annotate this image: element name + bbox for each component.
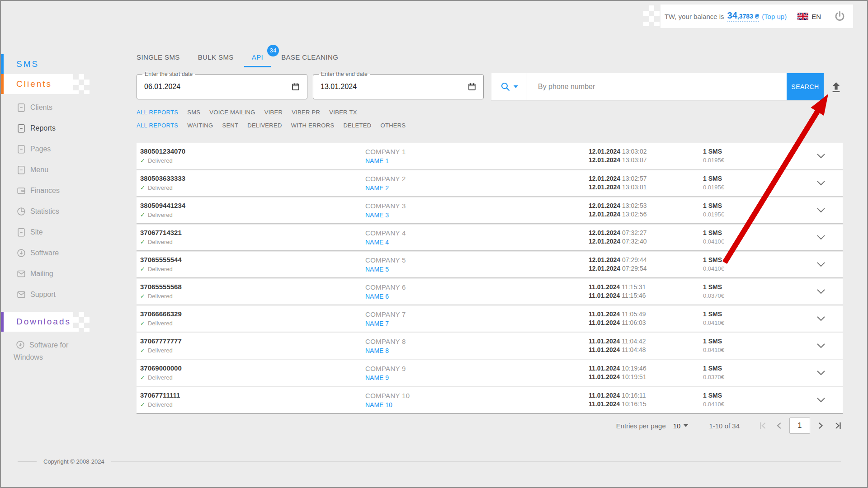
pagination: Entries per page 10 1-10 of 34	[137, 416, 843, 436]
table-row[interactable]: 380503633333 ✓Delivered COMPANY 2 NAME 2…	[137, 170, 843, 196]
sidebar-item-software-for-windows[interactable]: Software for Windows	[14, 339, 90, 363]
client-name-link[interactable]: NAME 2	[365, 184, 406, 192]
table-row[interactable]: 380509441234 ✓Delivered COMPANY 3 NAME 3…	[137, 197, 843, 223]
download-icon	[15, 340, 25, 350]
sent-datetime: 12.01.2024 07:32:27	[589, 229, 646, 236]
tab-single-sms[interactable]: SINGLE SMS	[127, 46, 189, 68]
expand-row-button[interactable]	[817, 197, 825, 223]
filter-delivered[interactable]: DELIVERED	[247, 122, 282, 129]
download-icon	[16, 248, 26, 258]
client-name-link[interactable]: NAME 8	[365, 347, 406, 354]
client-name-link[interactable]: NAME 3	[365, 211, 406, 219]
table-row[interactable]: 37066666329 ✓Delivered COMPANY 7 NAME 7 …	[137, 306, 843, 332]
search-button[interactable]: SEARCH	[787, 73, 824, 100]
expand-row-button[interactable]	[817, 170, 825, 196]
sidebar-item-site[interactable]: Site	[1, 222, 109, 243]
sidebar-item-software[interactable]: Software	[1, 243, 109, 263]
client-name-link[interactable]: NAME 6	[365, 293, 406, 300]
table-row[interactable]: 380501234070 ✓Delivered COMPANY 1 NAME 1…	[137, 143, 843, 169]
sidebar-item-label: Menu	[30, 166, 48, 174]
client-name-link[interactable]: NAME 10	[365, 401, 410, 408]
sidebar-item-label: Pages	[30, 145, 51, 153]
table-row[interactable]: 37065555544 ✓Delivered COMPANY 5 NAME 5 …	[137, 252, 843, 277]
filter-voice-mailing[interactable]: VOICE MAILING	[209, 109, 255, 116]
page-number-input[interactable]	[789, 418, 810, 434]
delivered-datetime: 12.01.2024 13:03:01	[589, 183, 646, 191]
filter-sent[interactable]: SENT	[222, 122, 238, 129]
search-box: SEARCH	[491, 73, 824, 101]
table-row[interactable]: 37069000000 ✓Delivered COMPANY 9 NAME 9 …	[137, 360, 843, 386]
calendar-icon[interactable]	[291, 82, 301, 92]
company-label: COMPANY 2	[365, 175, 406, 183]
sidebar-item-mailing[interactable]: Mailing	[1, 263, 109, 284]
sms-price: 0.0370€	[703, 292, 724, 299]
phone-number: 37065555568	[140, 283, 182, 291]
expand-row-button[interactable]	[817, 333, 825, 359]
per-page-select[interactable]: 10	[673, 422, 689, 430]
client-name-link[interactable]: NAME 7	[365, 320, 406, 327]
filter-viber[interactable]: VIBER	[264, 109, 283, 116]
expand-row-button[interactable]	[817, 360, 825, 386]
sms-price: 0.0410€	[703, 401, 724, 408]
calendar-icon[interactable]	[467, 82, 477, 92]
filter-sms[interactable]: SMS	[187, 109, 200, 116]
table-row[interactable]: 37067777777 ✓Delivered COMPANY 8 NAME 8 …	[137, 333, 843, 359]
filter-viber-tx[interactable]: VIBER TX	[329, 109, 357, 116]
sidebar-item-support[interactable]: Support	[1, 284, 109, 305]
sidebar-item-clients[interactable]: Clients	[1, 97, 109, 118]
next-page-icon[interactable]	[816, 421, 826, 431]
search-type-dropdown[interactable]	[491, 73, 527, 100]
end-date-field[interactable]: Enter the end date 13.01.2024	[313, 74, 484, 99]
table-row[interactable]: 37067714321 ✓Delivered COMPANY 4 NAME 4 …	[137, 225, 843, 250]
sidebar-section-clients[interactable]: Clients	[1, 74, 73, 94]
company-label: COMPANY 10	[365, 392, 410, 399]
filter-deleted[interactable]: DELETED	[343, 122, 371, 129]
expand-row-button[interactable]	[817, 143, 825, 169]
search-input[interactable]	[527, 73, 787, 100]
caret-down-icon	[514, 85, 518, 88]
sidebar-section-downloads[interactable]: Downloads	[1, 312, 73, 332]
export-upload-icon[interactable]	[830, 81, 842, 93]
first-page-icon[interactable]	[758, 421, 768, 431]
filter-all-reports[interactable]: ALL REPORTS	[137, 122, 178, 129]
last-page-icon[interactable]	[833, 421, 843, 431]
start-date-field[interactable]: Enter the start date 06.01.2024	[137, 74, 307, 99]
sidebar-section-sms[interactable]: SMS	[1, 54, 109, 74]
chevron-down-icon	[817, 371, 825, 375]
expand-row-button[interactable]	[817, 225, 825, 250]
filter-all-reports[interactable]: ALL REPORTS	[137, 109, 178, 116]
start-date-value[interactable]: 06.01.2024	[144, 83, 291, 91]
table-row[interactable]: 37065555568 ✓Delivered COMPANY 6 NAME 6 …	[137, 279, 843, 305]
client-name-link[interactable]: NAME 4	[365, 239, 406, 246]
company-label: COMPANY 9	[365, 365, 406, 372]
status-label: Delivered	[148, 401, 173, 408]
phone-number: 37067711111	[140, 391, 180, 399]
filter-others[interactable]: OTHERS	[380, 122, 406, 129]
client-name-link[interactable]: NAME 1	[365, 157, 406, 164]
sidebar-item-label: Statistics	[30, 207, 59, 216]
sidebar-item-finances[interactable]: Finances	[1, 180, 109, 201]
client-name-link[interactable]: NAME 5	[365, 266, 406, 273]
tab-bulk-sms[interactable]: BULK SMS	[189, 46, 243, 68]
tab-base-cleaning[interactable]: BASE CLEANING	[272, 46, 347, 68]
pie-chart-icon	[16, 206, 26, 216]
filter-viber-pr[interactable]: VIBER PR	[292, 109, 320, 116]
expand-row-button[interactable]	[817, 306, 825, 332]
chevron-down-icon	[817, 208, 825, 213]
delivered-datetime: 12.01.2024 07:29:54	[589, 265, 646, 272]
expand-row-button[interactable]	[817, 279, 825, 305]
tab-api[interactable]: API 34	[243, 46, 272, 68]
expand-row-button[interactable]	[817, 387, 825, 413]
sidebar-item-menu[interactable]: Menu	[1, 160, 109, 180]
expand-row-button[interactable]	[817, 252, 825, 277]
sidebar-item-reports[interactable]: Reports	[1, 118, 109, 139]
filter-with-errors[interactable]: WITH ERRORS	[291, 122, 335, 129]
table-row[interactable]: 37067711111 ✓Delivered COMPANY 10 NAME 1…	[137, 387, 843, 413]
end-date-value[interactable]: 13.01.2024	[321, 83, 467, 91]
sidebar-item-statistics[interactable]: Statistics	[1, 201, 109, 222]
filter-waiting[interactable]: WAITING	[187, 122, 213, 129]
prev-page-icon[interactable]	[774, 421, 784, 431]
sms-count: 1 SMS	[703, 175, 724, 182]
client-name-link[interactable]: NAME 9	[365, 374, 406, 381]
sidebar-item-pages[interactable]: Pages	[1, 139, 109, 160]
